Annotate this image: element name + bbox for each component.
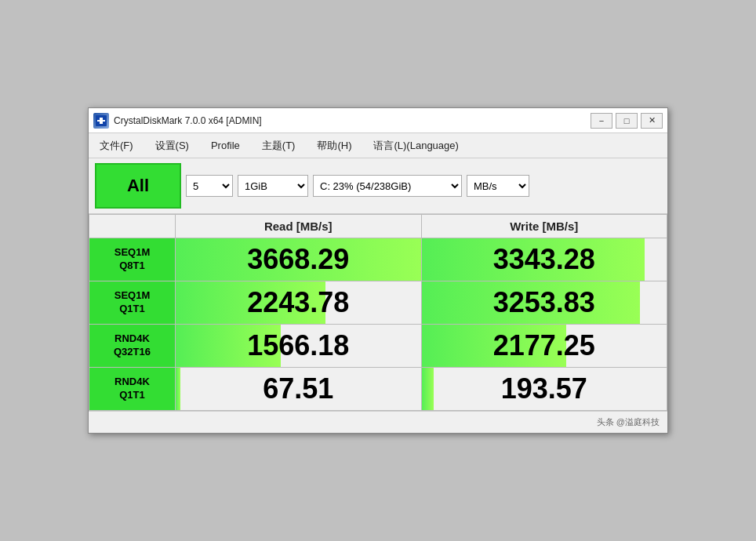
- label-cell-0: SEQ1MQ8T1: [89, 238, 176, 281]
- write-cell-3: 193.57: [421, 368, 667, 411]
- read-cell-0: 3668.29: [176, 238, 422, 281]
- toolbar: All 5 1 3 9 1GiB 512MiB 4GiB C: 23% (54/…: [89, 158, 667, 214]
- close-button[interactable]: ✕: [641, 113, 663, 129]
- window-controls: − □ ✕: [591, 113, 663, 129]
- menu-theme[interactable]: 主题(T): [257, 137, 300, 154]
- write-cell-0: 3343.28: [421, 238, 667, 281]
- label-cell-1: SEQ1MQ1T1: [89, 281, 176, 325]
- drive-select[interactable]: C: 23% (54/238GiB): [313, 175, 462, 197]
- maximize-button[interactable]: □: [616, 113, 638, 129]
- label-cell-2: RND4KQ32T16: [89, 325, 176, 368]
- col-label-header: [89, 215, 176, 238]
- title-bar: CrystalDiskMark 7.0.0 x64 [ADMIN] − □ ✕: [89, 108, 667, 133]
- table-row: SEQ1MQ8T13668.293343.28: [89, 238, 667, 281]
- unit-select[interactable]: MB/s GB/s IOPS: [467, 175, 529, 197]
- table-header-row: Read [MB/s] Write [MB/s]: [89, 215, 667, 238]
- window-title: CrystalDiskMark 7.0.0 x64 [ADMIN]: [114, 115, 262, 126]
- title-bar-left: CrystalDiskMark 7.0.0 x64 [ADMIN]: [93, 113, 262, 129]
- minimize-button[interactable]: −: [591, 113, 612, 129]
- menu-settings[interactable]: 设置(S): [151, 137, 194, 154]
- results-area: Read [MB/s] Write [MB/s] SEQ1MQ8T13668.2…: [89, 214, 667, 411]
- table-row: SEQ1MQ1T12243.783253.83: [89, 281, 667, 325]
- menu-profile[interactable]: Profile: [206, 138, 245, 153]
- menu-bar: 文件(F) 设置(S) Profile 主题(T) 帮助(H) 语言(L)(La…: [89, 133, 667, 158]
- read-cell-1: 2243.78: [176, 281, 422, 325]
- count-select[interactable]: 5 1 3 9: [186, 175, 233, 197]
- write-cell-1: 3253.83: [421, 281, 667, 325]
- menu-help[interactable]: 帮助(H): [312, 137, 356, 154]
- main-window: CrystalDiskMark 7.0.0 x64 [ADMIN] − □ ✕ …: [88, 107, 668, 434]
- col-read-header: Read [MB/s]: [176, 215, 422, 238]
- read-cell-2: 1566.18: [176, 325, 422, 368]
- read-cell-3: 67.51: [176, 368, 422, 411]
- table-row: RND4KQ1T167.51193.57: [89, 368, 667, 411]
- svg-rect-2: [100, 118, 103, 124]
- results-table: Read [MB/s] Write [MB/s] SEQ1MQ8T13668.2…: [89, 214, 667, 411]
- bottom-bar: 头条 @溢庭科技: [89, 411, 667, 433]
- size-select[interactable]: 1GiB 512MiB 4GiB: [238, 175, 308, 197]
- label-cell-3: RND4KQ1T1: [89, 368, 176, 411]
- menu-language[interactable]: 语言(L)(Language): [369, 137, 463, 154]
- app-icon: [93, 113, 109, 129]
- watermark: 头条 @溢庭科技: [597, 416, 660, 428]
- col-write-header: Write [MB/s]: [421, 215, 667, 238]
- write-cell-2: 2177.25: [421, 325, 667, 368]
- all-button[interactable]: All: [95, 163, 181, 209]
- menu-file[interactable]: 文件(F): [95, 137, 138, 154]
- table-row: RND4KQ32T161566.182177.25: [89, 325, 667, 368]
